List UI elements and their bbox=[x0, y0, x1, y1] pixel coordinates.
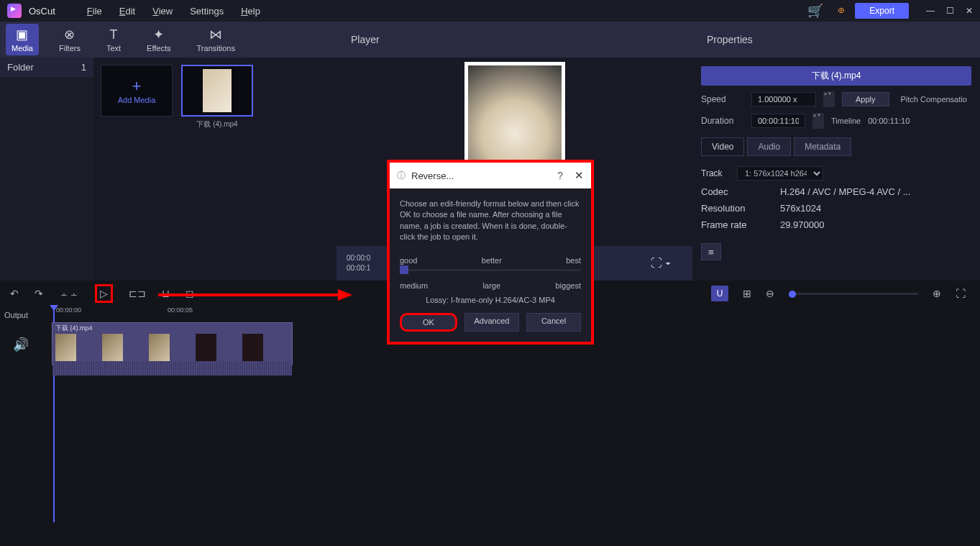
advanced-button[interactable]: Advanced bbox=[464, 313, 519, 332]
cart-icon[interactable]: 🛒 bbox=[807, 3, 823, 19]
info-icon: ⓘ bbox=[397, 170, 406, 182]
folder-count: 1 bbox=[81, 62, 86, 73]
dialog-description: Choose an edit-friendly format below and… bbox=[400, 199, 581, 243]
undo-button[interactable]: ↶ bbox=[10, 288, 19, 299]
media-thumbnail bbox=[181, 65, 253, 117]
reverse-dialog: ⓘ Reverse... ? ✕ Choose an edit-friendly… bbox=[387, 160, 594, 345]
tab-audio[interactable]: Audio bbox=[747, 137, 791, 156]
tool-toolbar: ▣ Media ⊗ Filters T Text ✦ Effects ⋈ Tra… bbox=[0, 22, 336, 58]
duration-spinner[interactable]: ▲▼ bbox=[812, 113, 824, 129]
fullscreen-button[interactable]: ⛶ ▾ bbox=[651, 257, 671, 270]
split-button[interactable]: ⊏⊐ bbox=[129, 288, 146, 299]
clip-filename-bar: 下载 (4).mp4 bbox=[701, 66, 971, 86]
fit-button[interactable]: ⛶ bbox=[956, 288, 966, 299]
speed-label: Speed bbox=[701, 94, 744, 104]
tab-video[interactable]: Video bbox=[701, 137, 744, 156]
snap-button[interactable]: U bbox=[711, 286, 728, 301]
tool-filters[interactable]: ⊗ Filters bbox=[53, 24, 86, 55]
menu-edit[interactable]: Edit bbox=[112, 3, 142, 19]
redo-button[interactable]: ↷ bbox=[35, 288, 43, 299]
media-item[interactable]: 下载 (4).mp4 bbox=[181, 65, 253, 273]
media-icon: ▣ bbox=[16, 27, 28, 42]
annotation-arrow bbox=[158, 289, 352, 301]
export-button[interactable]: Export bbox=[855, 3, 909, 19]
zoom-in-button[interactable]: ⊕ bbox=[933, 288, 941, 299]
menu-help[interactable]: Help bbox=[234, 3, 267, 19]
maximize-button[interactable]: ☐ bbox=[946, 6, 954, 16]
video-clip[interactable]: 下载 (4).mp4 bbox=[52, 322, 293, 365]
dialog-title: Reverse... bbox=[411, 170, 557, 181]
menu-bar: OsCut File Edit View Settings Help 🛒 ၜ E… bbox=[0, 0, 980, 22]
codec-info: Lossy: I-frame-only H.264/AC-3 MP4 bbox=[400, 296, 581, 304]
filters-icon: ⊗ bbox=[64, 27, 75, 42]
add-media-button[interactable]: + Add Media bbox=[101, 65, 173, 117]
track-label: Track bbox=[701, 168, 730, 178]
codec-row: Codec H.264 / AVC / MPEG-4 AVC / ... bbox=[701, 186, 971, 197]
folder-panel: Folder 1 bbox=[0, 58, 93, 281]
reverse-button[interactable]: ▷ bbox=[95, 284, 113, 303]
tab-metadata[interactable]: Metadata bbox=[794, 137, 851, 156]
tool-media[interactable]: ▣ Media bbox=[6, 24, 39, 55]
minimize-button[interactable]: — bbox=[926, 6, 935, 16]
ok-button[interactable]: OK bbox=[400, 313, 457, 332]
timeline-value: 00:00:11:10 bbox=[868, 117, 910, 125]
apply-button[interactable]: Apply bbox=[842, 92, 889, 106]
plus-icon: + bbox=[132, 77, 142, 96]
transitions-icon: ⋈ bbox=[209, 27, 222, 42]
properties-header: Properties bbox=[692, 22, 980, 58]
menu-settings[interactable]: Settings bbox=[183, 3, 231, 19]
app-logo bbox=[7, 4, 22, 18]
track-select[interactable]: 1: 576x1024 h264 bbox=[737, 166, 823, 181]
pitch-compensation-checkbox[interactable]: Pitch Compensatio bbox=[901, 95, 967, 104]
folder-label: Folder bbox=[7, 62, 34, 73]
clip-waveform bbox=[52, 361, 292, 376]
tool-transitions[interactable]: ⋈ Transitions bbox=[191, 24, 241, 55]
menu-view[interactable]: View bbox=[145, 3, 180, 19]
framerate-row: Frame rate 29.970000 bbox=[701, 219, 971, 230]
zoom-slider[interactable] bbox=[789, 293, 918, 295]
properties-menu-button[interactable]: ≡ bbox=[701, 243, 721, 260]
key-icon[interactable]: ၜ bbox=[833, 4, 845, 17]
dialog-close-button[interactable]: ✕ bbox=[574, 169, 584, 182]
settings-icon[interactable]: ⊞ bbox=[743, 288, 751, 299]
cancel-button[interactable]: Cancel bbox=[526, 313, 581, 332]
speaker-icon[interactable]: 🔊 bbox=[0, 324, 52, 365]
quality-slider[interactable] bbox=[400, 269, 581, 271]
dialog-titlebar: ⓘ Reverse... ? ✕ bbox=[390, 163, 591, 188]
duration-label: Duration bbox=[701, 116, 744, 126]
quality-labels: good better best bbox=[400, 256, 581, 265]
app-name: OsCut bbox=[29, 6, 55, 17]
media-filename: 下载 (4).mp4 bbox=[196, 119, 237, 129]
text-icon: T bbox=[110, 27, 118, 42]
media-panel: ▣ Media ⊗ Filters T Text ✦ Effects ⋈ Tra… bbox=[0, 22, 336, 281]
zoom-out-button[interactable]: ⊖ bbox=[766, 288, 774, 299]
tool-effects[interactable]: ✦ Effects bbox=[141, 24, 176, 55]
menu-file[interactable]: File bbox=[80, 3, 109, 19]
player-header: Player bbox=[336, 22, 692, 58]
resolution-row: Resolution 576x1024 bbox=[701, 203, 971, 214]
duration-input[interactable] bbox=[751, 114, 805, 128]
speed-input[interactable] bbox=[751, 92, 816, 106]
size-labels: medium large biggest bbox=[400, 281, 581, 290]
svg-marker-1 bbox=[338, 289, 352, 301]
close-button[interactable]: ✕ bbox=[966, 6, 973, 16]
tool-text[interactable]: T Text bbox=[101, 24, 127, 55]
effects-icon: ✦ bbox=[153, 27, 164, 42]
output-label: Output bbox=[0, 306, 52, 324]
properties-panel: Properties 下载 (4).mp4 Speed ▲▼ Apply Pit… bbox=[692, 22, 980, 281]
player-timecode: 00:00:0 00:00:1 bbox=[347, 253, 370, 273]
ripple-button[interactable]: ⫠⫠ bbox=[59, 288, 79, 299]
speed-spinner[interactable]: ▲▼ bbox=[823, 91, 835, 107]
timeline-label: Timeline bbox=[831, 117, 861, 125]
dialog-help-button[interactable]: ? bbox=[557, 170, 563, 181]
